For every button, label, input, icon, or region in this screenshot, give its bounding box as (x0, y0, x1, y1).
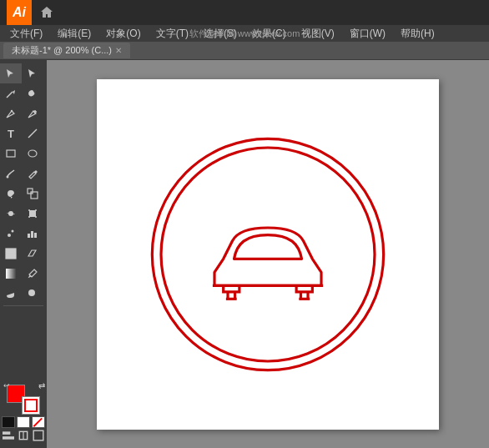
pencil-tool[interactable] (22, 164, 43, 184)
menu-effect[interactable]: 效果(C) (245, 25, 293, 43)
tool-row-2 (0, 83, 47, 103)
svg-marker-1 (13, 90, 15, 94)
scale-tool[interactable] (22, 184, 43, 204)
swatch-row2 (2, 416, 45, 428)
svg-point-15 (28, 216, 30, 218)
svg-point-16 (35, 216, 37, 218)
tool-row-hand (0, 284, 47, 304)
svg-point-2 (11, 110, 13, 112)
left-toolbar: T (0, 60, 47, 448)
direct-selection-tool[interactable] (22, 63, 43, 83)
svg-rect-28 (3, 431, 10, 435)
svg-point-11 (8, 211, 13, 216)
reset-colors-icon[interactable]: ↩ (3, 381, 43, 416)
tab-label: 未标题-1* @ 200% (C...) (12, 44, 112, 57)
svg-rect-12 (29, 210, 36, 217)
svg-rect-9 (28, 189, 33, 194)
svg-point-26 (28, 289, 35, 296)
ellipse-tool[interactable] (22, 143, 43, 164)
align-row (2, 430, 45, 441)
menu-edit[interactable]: 编辑(E) (51, 25, 98, 43)
tool-row-rotate (0, 184, 47, 204)
tool-row-rect (0, 143, 47, 164)
tool-row-symbol (0, 224, 47, 244)
tool-row-selection (0, 63, 47, 83)
svg-line-27 (34, 295, 38, 299)
main-area: T (0, 60, 489, 448)
tool-row-warp (0, 204, 47, 224)
svg-point-8 (7, 176, 9, 179)
none-swatch[interactable] (32, 416, 45, 428)
hand-tool[interactable] (0, 284, 22, 304)
tool-row-paint (0, 164, 47, 184)
symbol-sprayer-tool[interactable] (0, 224, 22, 244)
menu-file[interactable]: 文件(F) (3, 25, 49, 43)
tool-row-pen (0, 103, 47, 123)
paintbrush-tool[interactable] (0, 164, 22, 184)
svg-rect-10 (31, 192, 38, 199)
svg-line-5 (28, 129, 37, 138)
menu-select[interactable]: 选择(S) (197, 25, 244, 43)
svg-rect-6 (7, 150, 15, 157)
svg-point-18 (12, 230, 14, 233)
tool-row-slice (0, 244, 47, 264)
rectangle-tool[interactable] (0, 143, 22, 164)
line-tool[interactable] (22, 123, 43, 143)
color-area: ⇄ ↩ (0, 381, 47, 445)
white-swatch[interactable] (17, 416, 30, 428)
svg-rect-22 (6, 249, 16, 259)
svg-rect-25 (6, 269, 16, 279)
align-left-icon[interactable] (2, 430, 15, 441)
slice-tool[interactable] (0, 244, 22, 264)
svg-point-7 (28, 150, 37, 157)
svg-rect-29 (3, 436, 14, 440)
type-tool[interactable]: T (0, 123, 22, 143)
color-swatches: ⇄ ↩ (7, 385, 40, 415)
add-anchor-tool[interactable] (22, 103, 43, 123)
canvas-area[interactable] (47, 60, 489, 448)
zoom-tool[interactable] (22, 284, 43, 304)
selection-tool[interactable] (0, 63, 22, 83)
magic-wand-tool[interactable] (0, 83, 22, 103)
align-distribute-icon[interactable] (17, 430, 30, 441)
svg-rect-32 (33, 430, 43, 440)
menu-text[interactable]: 文字(T) (149, 25, 195, 43)
rotate-tool[interactable] (0, 184, 22, 204)
ai-logo: Ai (7, 0, 32, 25)
menu-bar: 软件自学网 www.rjzxw.com 文件(F) 编辑(E) 对象(O) 文字… (0, 25, 489, 42)
tool-row-gradient (0, 264, 47, 284)
svg-point-14 (35, 209, 37, 211)
toolbar-divider-1 (3, 305, 43, 306)
svg-rect-19 (28, 234, 30, 238)
menu-help[interactable]: 帮助(H) (394, 25, 441, 43)
warp-tool[interactable] (0, 204, 22, 224)
svg-rect-20 (31, 231, 33, 238)
menu-object[interactable]: 对象(O) (99, 25, 147, 43)
tool-row-type: T (0, 123, 47, 143)
tab-close-icon[interactable]: ✕ (115, 46, 122, 55)
menu-view[interactable]: 视图(V) (295, 25, 341, 43)
title-bar: Ai (0, 0, 489, 25)
column-graph-tool[interactable] (22, 224, 43, 244)
black-swatch[interactable] (2, 416, 15, 428)
svg-point-17 (8, 234, 11, 237)
eraser-tool[interactable] (22, 244, 43, 264)
pen-tool[interactable] (0, 103, 22, 123)
tab-bar: 未标题-1* @ 200% (C...) ✕ (0, 42, 489, 60)
svg-point-33 (152, 138, 383, 370)
svg-point-34 (161, 148, 375, 361)
home-icon[interactable] (38, 4, 55, 21)
svg-line-0 (7, 92, 13, 98)
artboard-icon[interactable] (32, 430, 45, 441)
lasso-tool[interactable] (22, 83, 43, 103)
menu-window[interactable]: 窗口(W) (343, 25, 392, 43)
artboard (97, 79, 439, 430)
svg-point-13 (28, 209, 30, 211)
gradient-tool[interactable] (0, 264, 22, 284)
eyedropper-tool[interactable] (22, 264, 43, 284)
free-transform-tool[interactable] (22, 204, 43, 224)
document-tab[interactable]: 未标题-1* @ 200% (C...) ✕ (3, 43, 130, 58)
svg-rect-21 (34, 233, 37, 238)
artwork-svg (134, 121, 401, 388)
